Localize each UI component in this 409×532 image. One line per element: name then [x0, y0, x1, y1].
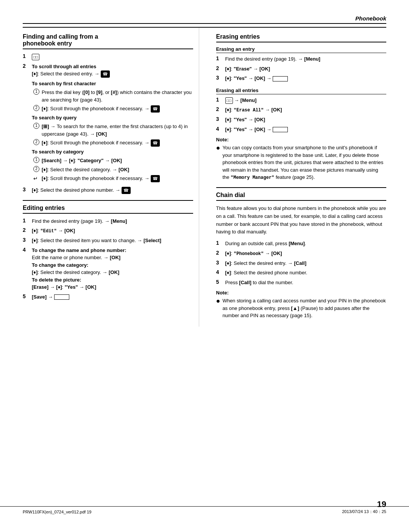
edit-step-4-content: To change the name and phone number: Edi… [32, 247, 193, 291]
erase-all-step-4-num: 4 [216, 126, 222, 132]
page-title: Phonebook [355, 15, 386, 22]
erase-step-3: 3 [♦]: "Yes" → [OK] → [216, 75, 387, 82]
icon-cb2: □□ [225, 97, 233, 104]
footer-right: 2013/07/24 13：40：25 [342, 509, 386, 515]
erase-all-step-1-content: □□ → [Menu] [225, 97, 387, 104]
search-category-label: To search by category [32, 148, 193, 156]
sub-2a-text: [⊞] → To search for the name, enter the … [42, 123, 193, 138]
chain-step-1: 1 During an outside call, press [Menu]. [216, 240, 387, 247]
phone-icon-4: ☎ [151, 175, 160, 182]
sub-2b-text: [♦]: Scroll through the phonebook if nec… [42, 139, 160, 147]
step-2-content: To scroll through all entries [♦]: Selec… [32, 63, 193, 185]
edit-step-2-content: [♦]: "Edit" → [OK] [32, 227, 193, 235]
chain-step-2: 2 [♦]: "Phonebook" → [OK] [216, 250, 387, 257]
erase-note-text: You can copy contacts from your smartpho… [222, 144, 386, 181]
chain-step-3-content: [♦]: Select the desired entry. → [Call] [225, 260, 387, 267]
erase-all-step-3-content: [♦]: "Yes" → [OK] [225, 116, 387, 124]
step-2-num: 2 [23, 63, 29, 69]
bullet-dot-2: ● [216, 297, 220, 305]
edit-step-3-content: [♦]: Select the desired item you want to… [32, 237, 193, 244]
phone-icon-5: ☎ [122, 187, 131, 194]
col-left: Finding and calling from aphonebook entr… [23, 28, 199, 327]
erase-all-step-1-num: 1 [216, 97, 222, 103]
chain-note-text: When storing a calling card access numbe… [222, 297, 386, 319]
erase-step-1-content: Find the desired entry (page 19). → [Men… [225, 55, 387, 63]
erase-entry-title: Erasing an entry [216, 46, 387, 53]
step-3-content: [♦]: Select the desired phone number. → … [32, 186, 193, 194]
step-1-content: □□ [32, 53, 193, 61]
page-header: Phonebook [23, 15, 386, 24]
erase-step-1: 1 Find the desired entry (page 19). → [M… [216, 55, 387, 63]
finding-section: Finding and calling from aphonebook entr… [23, 33, 193, 194]
edit-step-3-num: 3 [23, 237, 29, 243]
edit-step-5-num: 5 [23, 293, 29, 299]
search-query-label: To search by query [32, 114, 193, 122]
chain-note: Note: ● When storing a calling card acce… [216, 290, 387, 319]
bullet-dot-1: ● [216, 144, 220, 152]
arrow-symbol: ↵ [33, 175, 39, 183]
sub-3c-text: [♦]: Scroll through the phonebook if nec… [42, 175, 160, 182]
search-first-list: 1 Press the dial key ([0] to [9], or [#]… [32, 89, 193, 113]
erase-note: Note: ● You can copy contacts from your … [216, 137, 387, 181]
edit-step-5: 5 [Save] → [23, 293, 193, 301]
edit-step-5-content: [Save] → [32, 293, 193, 301]
erase-step-2-content: [♦]: "Erase" → [OK] [225, 65, 387, 73]
sub-1b-text: [♦]: Scroll through the phonebook if nec… [42, 105, 160, 113]
sub-1a-text: Press the dial key ([0] to [9], or [#]) … [42, 89, 193, 103]
chain-step-2-content: [♦]: "Phonebook" → [OK] [225, 250, 387, 257]
erase-note-label: Note: [216, 137, 387, 142]
chain-dial-title: Chain dial [216, 192, 387, 201]
sub-3a-text: [Search] → [♦]: "Category" → [OK] [42, 157, 122, 164]
edit-step-4: 4 To change the name and phone number: E… [23, 247, 193, 291]
edit-step-4-num: 4 [23, 247, 29, 253]
sub-step-3b: 2 [♦]: Select the desired category. → [O… [33, 166, 193, 174]
edit-step-1-num: 1 [23, 217, 29, 224]
scroll-all-label: To scroll through all entries [32, 63, 193, 70]
edit-step-2: 2 [♦]: "Edit" → [OK] [23, 227, 193, 235]
page: Phonebook Finding and calling from aphon… [0, 0, 409, 532]
chain-step-2-num: 2 [216, 250, 222, 256]
edit-step-1: 1 Find the desired entry (page 19). → [M… [23, 217, 193, 225]
erase-step-3-num: 3 [216, 75, 222, 81]
sub-step-3c: ↵ [♦]: Scroll through the phonebook if n… [33, 175, 193, 183]
sub-step-1a: 1 Press the dial key ([0] to [9], or [#]… [33, 89, 193, 103]
chain-note-label: Note: [216, 290, 387, 296]
page-footer: PRW110FX(en)_0724_ver012.pdf 19 2013/07/… [0, 506, 409, 517]
erase-all-step-4: 4 [♦]: "Yes" → [OK] → [216, 126, 387, 133]
erase-all-step-2-content: [♦]: "Erase All" → [OK] [225, 106, 387, 114]
erase-all-step-3-num: 3 [216, 116, 222, 122]
edit-step-3: 3 [♦]: Select the desired item you want … [23, 237, 193, 244]
circled-1: 1 [33, 89, 39, 95]
erase-step-3-content: [♦]: "Yes" → [OK] → [225, 75, 387, 82]
edit-step-1-content: Find the desired entry (page 19). → [Men… [32, 217, 193, 225]
erase-step-2-num: 2 [216, 65, 222, 71]
erase-all-title: Erasing all entries [216, 88, 387, 94]
chain-step-5-num: 5 [216, 279, 222, 285]
sub-step-3a: 1 [Search] → [♦]: "Category" → [OK] [33, 157, 193, 164]
phone-icon-1: ☎ [101, 70, 110, 78]
chain-dial-section: Chain dial This feature allows you to di… [216, 187, 387, 319]
blank-box-2 [273, 76, 288, 81]
erase-all-step-2: 2 [♦]: "Erase All" → [OK] [216, 106, 387, 114]
circled-4: 2 [33, 139, 39, 145]
erase-all-step-4-content: [♦]: "Yes" → [OK] → [225, 126, 387, 133]
blank-box-1 [54, 294, 69, 300]
sub-step-2b: 2 [♦]: Scroll through the phonebook if n… [33, 139, 193, 147]
erase-all-step-2-num: 2 [216, 106, 222, 112]
footer-left: PRW110FX(en)_0724_ver012.pdf 19 [23, 510, 91, 514]
step-1-num: 1 [23, 53, 29, 59]
chain-dial-desc: This feature allows you to dial phone nu… [216, 205, 387, 236]
sub-step-1b: 2 [♦]: Scroll through the phonebook if n… [33, 105, 193, 113]
circled-2: 2 [33, 105, 39, 111]
chain-step-1-content: During an outside call, press [Menu]. [225, 240, 387, 247]
editing-section-title: Editing entries [23, 205, 193, 214]
blank-box-3 [273, 127, 288, 132]
erasing-section-title: Erasing entries [216, 33, 387, 42]
chain-step-5-content: Press [Call] to dial the number. [225, 279, 387, 286]
editing-section: Editing entries 1 Find the desired entry… [23, 200, 193, 301]
erase-all-step-1: 1 □□ → [Menu] [216, 97, 387, 104]
phone-icon-3: ☎ [151, 139, 160, 147]
erase-step-1-num: 1 [216, 55, 222, 61]
edit-step-2-num: 2 [23, 227, 29, 233]
chain-step-1-num: 1 [216, 240, 222, 246]
